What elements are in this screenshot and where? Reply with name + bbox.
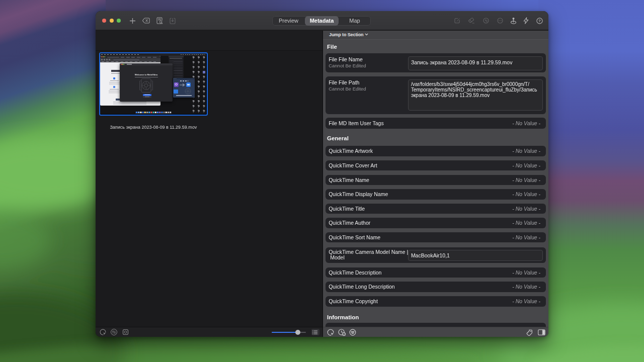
svg-text:?: ? [538,19,541,23]
